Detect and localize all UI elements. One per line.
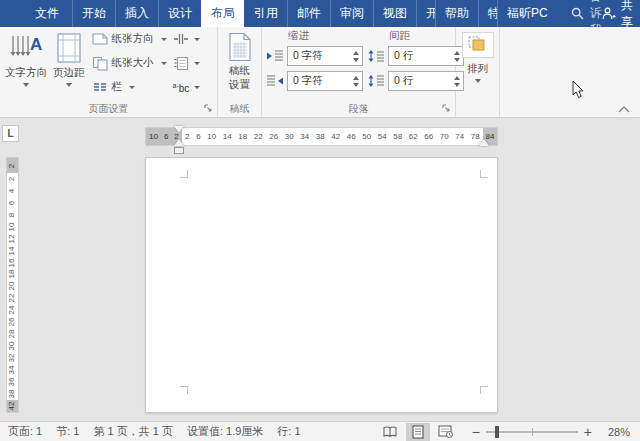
ribbon-tab[interactable]: 设计 <box>158 0 201 27</box>
group-label-page-setup: 页面设置 <box>89 102 129 116</box>
first-line-indent-marker[interactable] <box>174 126 184 133</box>
zoom-out-button[interactable]: − <box>472 425 480 439</box>
columns-button[interactable]: 栏 <box>90 79 169 95</box>
hanging-indent-marker[interactable] <box>174 139 184 146</box>
manuscript-setup-button[interactable]: 稿纸 设置 <box>224 30 256 94</box>
ruler-number: 2 <box>8 177 16 181</box>
spacing-header: 间距 <box>389 29 464 43</box>
right-indent-marker[interactable] <box>479 139 489 146</box>
spinner-arrows[interactable] <box>351 51 362 62</box>
dialog-launcher-icon[interactable] <box>203 103 214 114</box>
ruler-number: 2 <box>185 132 189 141</box>
arrange-label: 排列 <box>467 62 488 76</box>
ribbon-tab[interactable]: 文件 <box>22 0 72 27</box>
zoom-slider[interactable] <box>486 431 578 433</box>
ribbon-tab[interactable]: 帮助 <box>435 0 478 27</box>
page-setup-mid-column: 纸张方向 纸张大小 栏 <box>88 30 171 96</box>
status-page-number[interactable]: 页面: 1 <box>8 424 42 439</box>
indent-left-icon <box>266 49 284 63</box>
horizontal-ruler[interactable]: 1062 26101418222630343842465054586266707… <box>145 127 498 146</box>
indent-right-icon <box>266 74 284 88</box>
arrange-button[interactable]: 排列 <box>459 30 497 85</box>
document-page[interactable] <box>145 157 498 413</box>
chevron-down-icon <box>66 83 72 87</box>
breaks-icon <box>173 32 189 46</box>
ruler-number: 26 <box>269 132 278 141</box>
ribbon-tab[interactable]: 插入 <box>115 0 158 27</box>
tell-me-box[interactable]: 告诉我 <box>571 0 602 27</box>
ruler-margin-bottom: 42 <box>7 400 18 412</box>
ribbon-tab[interactable]: 福昕PC <box>497 0 557 27</box>
zoom-in-button[interactable]: + <box>584 425 592 439</box>
ruler-number: 14 <box>9 246 17 255</box>
manuscript-setup-label-2: 设置 <box>229 78 250 92</box>
paper-size-button[interactable]: 纸张大小 <box>90 55 169 72</box>
ruler-number: 20 <box>9 282 17 291</box>
hyphenation-button[interactable]: a-bc <box>171 81 203 95</box>
paper-size-icon <box>92 56 108 71</box>
indent-right-input[interactable]: 0 字符 <box>287 71 363 91</box>
ruler-number: 18 <box>238 132 247 141</box>
tab-selector[interactable]: L <box>2 125 19 142</box>
status-section[interactable]: 节: 1 <box>56 424 79 439</box>
left-indent-marker[interactable] <box>174 147 184 154</box>
spacing-after-input[interactable]: 0 行 <box>388 71 464 91</box>
ribbon-tab[interactable]: 特色功能 <box>478 0 497 27</box>
orientation-button[interactable]: 纸张方向 <box>90 31 169 47</box>
margins-icon <box>54 32 84 64</box>
ruler-number: 42 <box>331 132 340 141</box>
group-label-paragraph: 段落 <box>349 102 369 116</box>
ruler-number: 10 <box>207 132 216 141</box>
document-canvas: L 1062 261014182226303438424650545862667… <box>0 118 640 421</box>
ribbon-tab[interactable]: 布局 <box>201 0 244 27</box>
zoom-percentage[interactable]: 28% <box>600 426 630 438</box>
ruler-number: 10 <box>9 222 17 231</box>
ruler-margin-top: 2 <box>7 158 18 173</box>
ribbon-tab[interactable]: 审阅 <box>330 0 373 27</box>
columns-icon <box>92 81 108 94</box>
chevron-down-icon <box>129 86 135 89</box>
status-setting-value[interactable]: 设置值: 1.9厘米 <box>187 424 263 439</box>
paper-size-label: 纸张大小 <box>112 56 154 70</box>
hyphenation-icon: a-bc <box>173 82 190 94</box>
chevron-down-icon <box>194 62 200 65</box>
dialog-launcher-icon[interactable] <box>441 103 452 114</box>
chevron-down-icon <box>161 38 167 41</box>
share-button[interactable]: 共享 <box>602 0 633 27</box>
vertical-ruler[interactable]: 2 2468101214161820222426283032343638 42 <box>6 157 19 413</box>
ruler-number: 42 <box>9 402 17 411</box>
ruler-number: 8 <box>8 213 16 217</box>
ribbon-tab[interactable]: 引用 <box>244 0 287 27</box>
read-mode-button[interactable] <box>378 423 402 441</box>
indent-right-value: 0 字符 <box>288 74 351 88</box>
spacing-before-input[interactable]: 0 行 <box>388 46 464 66</box>
ribbon-tab[interactable]: 视图 <box>373 0 416 27</box>
chevron-down-icon <box>194 38 200 41</box>
ruler-number: 24 <box>9 306 17 315</box>
breaks-button[interactable] <box>171 31 203 47</box>
status-line-number[interactable]: 行: 1 <box>277 424 300 439</box>
margin-corner-mark <box>480 170 488 178</box>
line-numbers-button[interactable] <box>171 55 203 72</box>
indent-left-input[interactable]: 0 字符 <box>287 46 363 66</box>
ruler-number: 6 <box>8 201 16 205</box>
spacing-before-icon <box>367 49 385 63</box>
ruler-number: 34 <box>9 366 17 375</box>
web-layout-button[interactable] <box>434 423 458 441</box>
ruler-number: 74 <box>455 132 464 141</box>
ruler-number: 22 <box>254 132 263 141</box>
ribbon-tab[interactable]: 开发工具 <box>416 0 435 27</box>
spinner-arrows[interactable] <box>351 76 362 87</box>
collapse-ribbon-chevron[interactable] <box>618 106 630 113</box>
orientation-icon <box>92 32 108 46</box>
orientation-label: 纸张方向 <box>112 32 154 46</box>
zoom-slider-handle[interactable] <box>495 426 499 438</box>
text-direction-button[interactable]: A 文字方向 <box>2 30 50 89</box>
status-page-of-pages[interactable]: 第 1 页，共 1 页 <box>93 424 172 439</box>
arrange-icon <box>462 32 494 58</box>
ribbon-tab[interactable]: 邮件 <box>287 0 330 27</box>
ribbon-tab[interactable]: 开始 <box>72 0 115 27</box>
ribbon-empty-area <box>500 27 640 117</box>
print-layout-button[interactable] <box>406 423 430 441</box>
margins-button[interactable]: 页边距 <box>50 30 88 89</box>
